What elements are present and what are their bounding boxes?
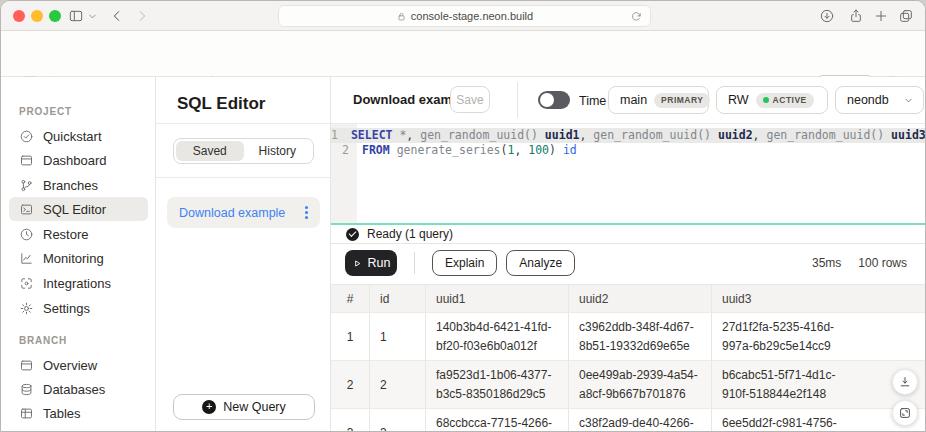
analyze-button[interactable]: Analyze [506,250,575,276]
tab-history[interactable]: History [244,141,312,161]
reload-icon[interactable] [630,10,643,23]
time-travel-toggle[interactable] [538,91,570,109]
query-duration: 35ms [812,256,841,270]
sidebar: PROJECT Quickstart Dashboard Branches SQ… [1,77,156,431]
run-button[interactable]: Run [345,250,397,276]
integrations-icon [19,276,34,291]
explain-button[interactable]: Explain [432,250,497,276]
table-row[interactable]: 3 3 68ccbcca-7715-4266-b6c5-9f7a14ea6e5e… [331,409,925,432]
tab-saved[interactable]: Saved [176,141,244,161]
sidebar-item-integrations[interactable]: Integrations [9,271,148,295]
sidebar-item-roles[interactable]: Roles [9,426,148,432]
sidebar-item-label: Dashboard [43,153,107,168]
uuid-cell: 0ee499ab-2939-4a54-a8cf-9b667b701876 [568,361,711,409]
sidebar-toggle-icon[interactable] [68,8,84,24]
plus-icon: + [202,400,216,414]
sidebar-item-branches[interactable]: Branches [9,173,148,197]
chevron-down-icon [903,95,914,106]
git-branch-icon [19,178,34,193]
saved-history-tabs: Saved History [173,138,314,164]
code-line-2: 2 FROM generate_series(1, 100) id [331,143,925,158]
compute-selector[interactable]: RW ACTIVE [716,86,828,114]
sidebar-item-sql-editor[interactable]: SQL Editor [9,197,148,221]
sidebar-item-overview[interactable]: Overview [9,353,148,377]
editor-toolbar: Download exam... Save Time Travel main P… [331,77,925,123]
section-label-branch: BRANCH [19,335,67,346]
id-cell: 3 [369,409,425,432]
lock-icon [396,11,407,22]
back-button[interactable] [109,8,125,24]
uuid-cell: 140b3b4d-6421-41fd-bf20-f03e6b0a012f [425,313,568,361]
uuid-cell: c3962ddb-348f-4d67-8b51-19332d69e65e [568,313,711,361]
code-line-1: 1 SELECT *, gen_random_uuid() uuid1, gen… [331,128,925,143]
sidebar-item-label: Branches [43,178,98,193]
row-index-cell: 1 [331,313,369,361]
check-circle-icon [19,129,34,144]
downloads-icon[interactable] [819,8,835,24]
new-tab-icon[interactable] [873,8,889,24]
chevron-down-icon[interactable] [87,11,98,22]
forward-button[interactable] [134,8,150,24]
sidebar-item-quickstart[interactable]: Quickstart [9,124,148,148]
branch-selector[interactable]: main PRIMARY [608,86,709,114]
row-index-cell: 3 [331,409,369,432]
active-dot-icon [763,97,769,103]
column-header: # [331,285,369,313]
expand-results-button[interactable] [892,400,918,426]
new-query-label: New Query [223,400,286,414]
new-query-button[interactable]: + New Query [173,394,315,420]
tab-overview-icon[interactable] [898,8,914,24]
sql-editor[interactable]: 1 SELECT *, gen_random_uuid() uuid1, gen… [331,123,925,223]
sidebar-item-restore[interactable]: Restore [9,222,148,246]
sidebar-item-settings[interactable]: Settings [9,296,148,320]
toggle-knob [540,93,554,107]
history-clock-icon [19,227,34,242]
sidebar-item-label: Quickstart [43,129,102,144]
divider [156,123,330,124]
close-window-button[interactable] [13,10,25,22]
sidebar-item-databases[interactable]: Databases [9,377,148,401]
column-header: uuid3 [711,285,925,313]
database-name: neondb [847,93,889,107]
terminal-icon [19,202,34,217]
editor-area: Download exam... Save Time Travel main P… [331,77,925,431]
saved-query-item[interactable]: Download example [167,197,320,228]
divider [156,177,330,178]
play-icon [352,258,363,269]
id-cell: 2 [369,361,425,409]
sidebar-item-monitoring[interactable]: Monitoring [9,246,148,270]
browser-chrome: console-stage.neon.build [1,1,925,31]
panel-title: SQL Editor [177,94,265,114]
active-badge: ACTIVE [756,93,814,108]
download-results-button[interactable] [892,369,918,395]
sidebar-item-dashboard[interactable]: Dashboard [9,148,148,172]
code-text: FROM generate_series(1, 100) id [357,143,577,158]
sidebar-item-label: Overview [43,358,97,373]
sidebar-item-label: Settings [43,301,90,316]
query-row-count: 100 rows [858,256,907,270]
app-header: / George MacKerron PRO / purple-haze-637… [1,31,925,77]
database-selector[interactable]: neondb [835,86,924,114]
share-page-icon[interactable] [848,8,864,24]
minimize-window-button[interactable] [31,10,43,22]
sidebar-item-label: SQL Editor [43,202,106,217]
kebab-menu-icon[interactable] [303,204,310,221]
sidebar-item-label: Integrations [43,276,111,291]
primary-badge: PRIMARY [654,93,710,108]
gear-icon [19,301,34,316]
uuid-cell: 27d1f2fa-5235-416d-997a-6b29c5e14cc9 [711,313,925,361]
sidebar-item-tables[interactable]: Tables [9,401,148,425]
query-title: Download exam... [353,92,463,107]
column-header: uuid2 [568,285,711,313]
address-bar[interactable]: console-stage.neon.build [278,5,651,27]
download-icon [898,375,912,389]
line-number: 1 [331,128,346,143]
table-row[interactable]: 2 2 fa9523d1-1b06-4377-b3c5-8350186d29c5… [331,361,925,409]
zoom-window-button[interactable] [49,10,61,22]
table-row[interactable]: 1 1 140b3b4d-6421-41fd-bf20-f03e6b0a012f… [331,313,925,361]
id-cell: 1 [369,313,425,361]
save-button[interactable]: Save [450,86,490,113]
status-message: Ready (1 query) [367,227,453,241]
database-icon [19,382,34,397]
uuid-cell: fa9523d1-1b06-4377-b3c5-8350186d29c5 [425,361,568,409]
